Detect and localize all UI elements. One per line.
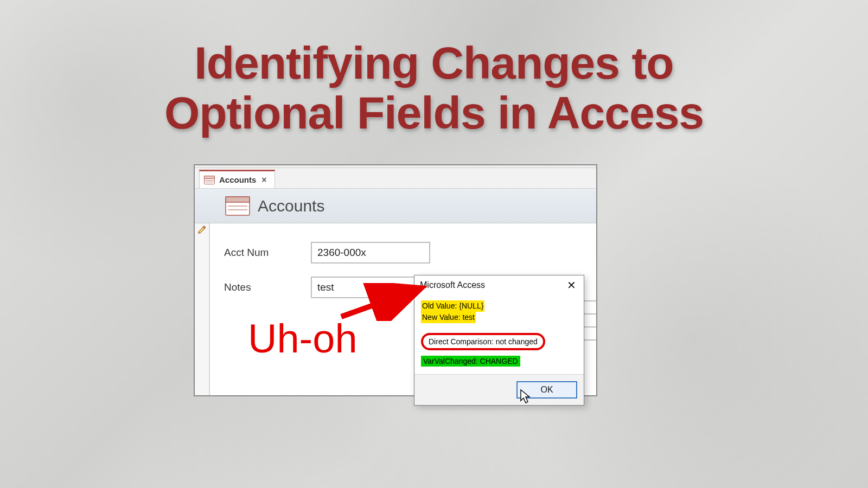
svg-marker-13 [521,390,529,403]
form-header-icon [225,196,250,216]
headline-line1: Identifying Changes to [194,37,673,88]
messagebox: Microsoft Access ✕ Old Value: {NULL} New… [414,275,584,406]
uh-oh-annotation: Uh-oh [248,316,358,362]
record-selector[interactable] [195,223,210,395]
varvalchanged-text: VarValChanged: CHANGED [421,356,520,367]
notes-field[interactable] [311,277,430,298]
access-window: Accounts × Accounts [194,164,597,396]
form-header: Accounts [195,189,596,223]
document-tab-strip: Accounts × [195,168,596,189]
svg-rect-1 [205,176,215,178]
messagebox-close-icon[interactable]: ✕ [565,280,578,291]
messagebox-title: Microsoft Access [420,280,485,290]
tab-close-icon[interactable]: × [260,175,267,185]
new-value-text: New Value: test [421,312,476,323]
label-acct-num: Acct Num [224,247,311,259]
pencil-icon [197,226,206,234]
form-title: Accounts [258,197,324,215]
headline: Identifying Changes to Optional Fields i… [22,38,846,138]
form-detail: Acct Num Notes Uh-oh Microsoft Acc [210,223,596,395]
headline-line2: Optional Fields in Access [164,87,704,138]
direct-comparison-text: Direct Comparison: not changed [421,333,545,350]
tab-label: Accounts [219,175,256,184]
old-value-text: Old Value: {NULL} [421,300,484,312]
tab-accounts[interactable]: Accounts × [199,170,275,188]
cursor-icon [520,389,532,406]
acct-num-field[interactable] [311,242,430,264]
form-icon [204,176,215,184]
label-notes: Notes [224,281,311,293]
grid-lines [583,288,596,348]
svg-rect-5 [226,197,250,202]
